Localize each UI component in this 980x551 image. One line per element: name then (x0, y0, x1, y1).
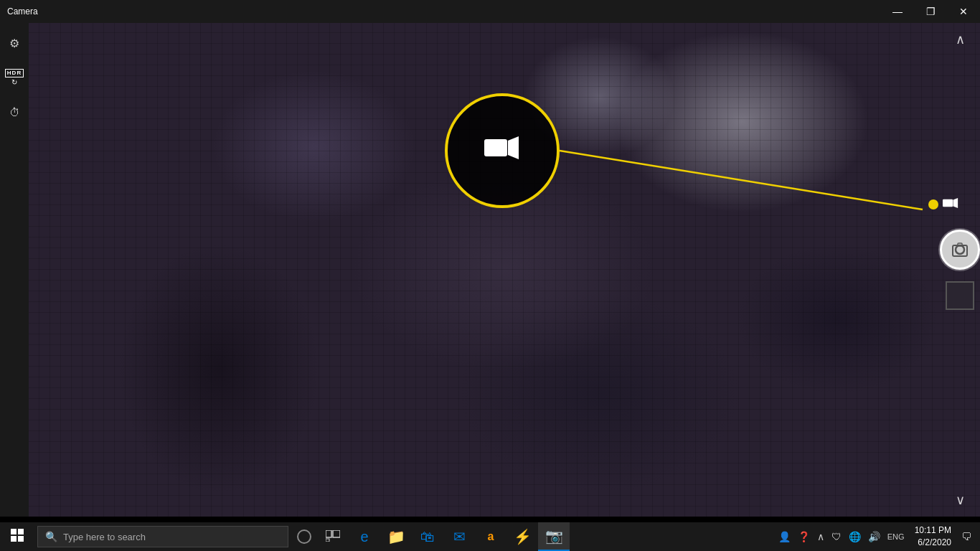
task-view-icon (326, 529, 340, 545)
video-dot (928, 199, 938, 209)
show-hidden-icon[interactable]: ∧ (814, 531, 827, 542)
taskbar-app-amazon[interactable]: a (475, 522, 507, 551)
maximize-button[interactable]: ❐ (914, 0, 947, 23)
antivirus-icon[interactable]: 🛡 (829, 531, 844, 542)
taskbar-app-mail[interactable]: ✉ (443, 522, 475, 551)
svg-rect-11 (18, 536, 24, 542)
last-photo-thumbnail[interactable] (946, 281, 974, 310)
right-sidebar: ∧ ∨ (940, 23, 980, 517)
clock-time: 10:11 PM (915, 524, 951, 537)
start-button[interactable] (0, 522, 34, 551)
left-sidebar: ⚙ HDR ↻ ⏱ (0, 23, 29, 517)
taskbar-app-camera[interactable]: 📷 (538, 522, 570, 551)
taskbar: 🔍 Type here to search e 📁 🛍 ✉ a ⚡ (0, 522, 980, 551)
minimize-button[interactable]: — (881, 0, 914, 23)
video-indicator (928, 197, 958, 211)
language-icon[interactable]: ENG (885, 532, 908, 541)
mail-icon: ✉ (453, 528, 466, 545)
titlebar-controls: — ❐ ✕ (881, 0, 980, 23)
annotation-video-icon (484, 135, 520, 166)
notification-icon[interactable]: 🗨 (958, 531, 974, 542)
video-indicator-icon (943, 197, 958, 211)
search-bar[interactable]: 🔍 Type here to search (37, 526, 288, 547)
task-view-button[interactable] (317, 522, 349, 551)
help-icon[interactable]: ❓ (795, 531, 813, 542)
volume-icon[interactable]: 🔊 (865, 531, 883, 542)
clock-date: 6/2/2020 (915, 537, 951, 549)
annotation-circle (445, 93, 560, 208)
search-placeholder: Type here to search (63, 532, 146, 542)
cortana-button[interactable] (291, 522, 317, 551)
app-title: Camera (7, 6, 38, 17)
right-controls (940, 230, 980, 310)
svg-rect-9 (18, 529, 24, 534)
explorer-icon: 📁 (387, 528, 405, 545)
svg-rect-14 (333, 530, 340, 537)
svg-rect-8 (11, 529, 17, 534)
titlebar-left: Camera (0, 6, 38, 17)
camera-app-icon: 📷 (545, 527, 563, 545)
settings-icon[interactable]: ⚙ (3, 32, 26, 55)
clock[interactable]: 10:11 PM 6/2/2020 (909, 524, 957, 549)
svg-rect-10 (11, 536, 17, 542)
photo-capture-button[interactable] (940, 230, 980, 270)
hdr-icon[interactable]: HDR ↻ (3, 66, 26, 89)
svg-rect-15 (326, 539, 329, 542)
system-tray: 👤 ❓ ∧ 🛡 🌐 🔊 ENG 10:11 PM 6/2/2020 🗨 (776, 524, 980, 549)
network-icon[interactable]: 🌐 (846, 531, 864, 542)
scroll-down-button[interactable]: ∨ (956, 492, 965, 508)
taskbar-app-store[interactable]: 🛍 (412, 522, 443, 551)
unknown-app-icon: ⚡ (514, 528, 532, 545)
svg-point-12 (298, 530, 311, 543)
search-icon: 🔍 (45, 531, 57, 542)
amazon-icon: a (488, 530, 494, 543)
close-button[interactable]: ✕ (947, 0, 980, 23)
store-icon: 🛍 (420, 529, 435, 545)
svg-point-5 (956, 245, 964, 254)
svg-rect-13 (326, 530, 331, 537)
taskbar-app-unknown[interactable]: ⚡ (507, 522, 538, 551)
scroll-up-button[interactable]: ∧ (956, 32, 965, 47)
start-icon (11, 529, 24, 545)
svg-rect-3 (943, 199, 953, 207)
taskbar-app-edge[interactable]: e (349, 522, 380, 551)
svg-rect-0 (484, 139, 507, 156)
taskbar-app-explorer[interactable]: 📁 (380, 522, 412, 551)
titlebar: Camera — ❐ ✕ (0, 0, 980, 23)
svg-marker-4 (953, 198, 958, 208)
edge-icon: e (360, 529, 368, 545)
people-icon[interactable]: 👤 (776, 531, 793, 542)
timer-icon[interactable]: ⏱ (3, 100, 26, 123)
svg-marker-1 (508, 136, 519, 159)
